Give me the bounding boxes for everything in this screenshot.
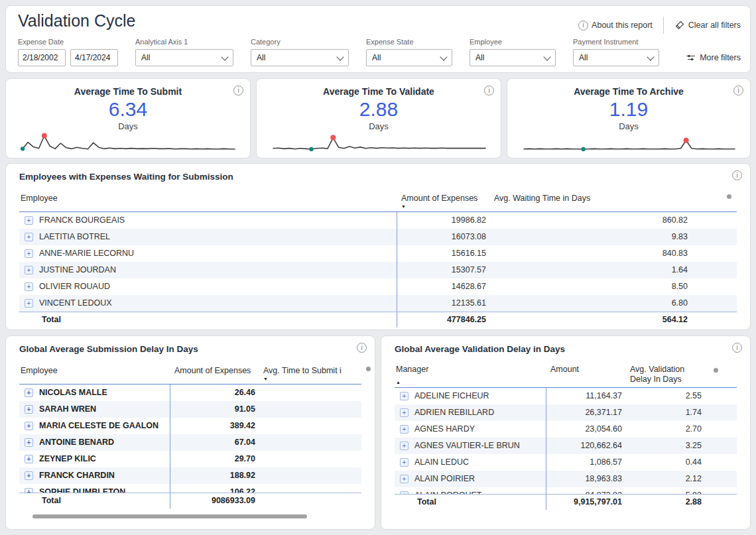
dropdown-value: All <box>141 53 150 62</box>
about-report-label: About this report <box>592 21 653 30</box>
payment-instrument-dropdown[interactable]: All <box>573 49 659 66</box>
column-header-employee[interactable]: Employee <box>19 365 170 384</box>
manager-name: ALAIN LEDUC <box>414 454 469 471</box>
expand-icon[interactable] <box>25 249 33 258</box>
expand-icon[interactable] <box>400 491 409 494</box>
vertical-scrollbar-thumb[interactable] <box>714 368 718 373</box>
expand-icon[interactable] <box>25 405 33 414</box>
table-row[interactable]: FRANCK BOURGEAIS 19986.82 860.82 <box>19 212 737 229</box>
sort-descending-icon <box>263 377 375 381</box>
manager-name: ALAIN PORQUET <box>414 487 481 494</box>
more-filters-button[interactable]: More filters <box>686 49 741 66</box>
amount-value: 1,086.57 <box>546 454 626 471</box>
column-header-manager[interactable]: Manager <box>395 363 546 387</box>
info-icon[interactable] <box>484 86 494 95</box>
column-header-amount[interactable]: Amount <box>546 363 626 387</box>
expand-icon[interactable] <box>400 475 409 483</box>
table-row[interactable]: JUSTINE JOURDAN 15307.57 1.64 <box>19 262 737 278</box>
table-row[interactable]: NICOLAS MALLE 26.46 <box>19 385 361 401</box>
column-header-avg-waiting[interactable]: Avg. Waiting Time in Days <box>490 192 692 211</box>
expand-icon[interactable] <box>400 408 409 417</box>
manager-name: AGNES HARDY <box>414 421 475 438</box>
total-amount: 9,915,797.01 <box>546 495 626 510</box>
expand-icon[interactable] <box>400 458 409 467</box>
table-row[interactable]: ALAIN LEDUC 1,086.57 0.44 <box>395 454 737 471</box>
info-icon[interactable] <box>357 343 367 353</box>
expand-icon[interactable] <box>25 488 33 493</box>
column-header-amount[interactable]: Amount of Expenses <box>170 365 259 384</box>
table-body: FRANCK BOURGEAIS 19986.82 860.82 LAETITI… <box>19 212 737 312</box>
column-header-avg-time-to-submit[interactable]: Avg. Time to Submit i <box>259 365 375 384</box>
table-row[interactable]: ADRIEN REBILLARD 26,371.17 1.74 <box>395 404 737 421</box>
table-row[interactable]: OLIVIER ROUAUD 14628.67 8.50 <box>19 278 737 295</box>
kpi-card-avg-time-to-submit: Average Time To Submit 6.34 Days <box>5 78 251 158</box>
employee-dropdown[interactable]: All <box>470 49 556 66</box>
expand-icon[interactable] <box>400 392 409 400</box>
employee-name: FRANCK CHARDIN <box>39 467 115 484</box>
kpi-unit: Days <box>257 121 501 131</box>
manager-name: AGNES VAUTIER-LE BRUN <box>414 438 520 454</box>
amount-value: 15616.15 <box>397 245 490 262</box>
expand-icon[interactable] <box>25 233 33 241</box>
table-row[interactable]: VINCENT LEDOUX 12135.61 6.80 <box>19 295 737 312</box>
filter-category: Category All <box>251 38 349 66</box>
manager-name: ADELINE FICHEUR <box>414 388 489 404</box>
total-row: Total 9086933.09 <box>19 493 361 508</box>
expand-icon[interactable] <box>25 299 33 308</box>
employee-name: NICOLAS MALLE <box>39 385 107 401</box>
expand-icon[interactable] <box>25 422 33 430</box>
amount-value: 19986.82 <box>397 212 490 229</box>
table-row[interactable]: ZEYNEP KILIC 29.70 <box>19 451 361 467</box>
expand-icon[interactable] <box>25 455 33 463</box>
info-icon[interactable] <box>732 170 742 180</box>
column-header-amount[interactable]: Amount of Expenses <box>397 192 490 211</box>
info-icon[interactable] <box>732 343 742 353</box>
vertical-scrollbar-thumb[interactable] <box>727 194 731 199</box>
amount-value: 26,371.17 <box>546 404 626 421</box>
table-row[interactable]: ALAIN PORQUET 84,873.82 5.82 <box>395 487 737 494</box>
filter-analytical-axis: Analytical Axis 1 All <box>135 38 233 66</box>
table-row[interactable]: ALAIN POIRIER 18,963.83 2.12 <box>395 471 737 487</box>
clear-all-filters-button[interactable]: Clear all filters <box>674 20 741 30</box>
analytical-axis-dropdown[interactable]: All <box>135 49 233 66</box>
table-row[interactable]: AGNES VAUTIER-LE BRUN 120,662.64 3.25 <box>395 438 737 454</box>
avg-submit-value <box>259 484 361 493</box>
expand-icon[interactable] <box>25 266 33 274</box>
expand-icon[interactable] <box>25 471 33 480</box>
horizontal-scrollbar-thumb[interactable] <box>32 514 307 518</box>
table-row[interactable]: LAETITIA BOTREL 16073.08 9.83 <box>19 229 737 245</box>
avg-validation-value: 3.25 <box>626 438 706 454</box>
expense-date-to-input[interactable] <box>70 49 118 66</box>
filter-expense-state: Expense State All <box>366 38 452 66</box>
table-row[interactable]: FRANCK CHARDIN 188.92 <box>19 467 361 484</box>
expand-icon[interactable] <box>25 282 33 291</box>
kpi-unit: Days <box>507 121 750 131</box>
expand-icon[interactable] <box>25 388 33 397</box>
table-row[interactable]: SOPHIE DUMBLETON 106.22 <box>19 484 361 493</box>
info-icon[interactable] <box>233 86 243 95</box>
filter-label: Expense State <box>366 38 452 46</box>
info-icon[interactable] <box>733 86 743 95</box>
expand-icon[interactable] <box>400 442 409 450</box>
column-header-avg-validation[interactable]: Avg. Validation Delay In Days <box>626 363 706 387</box>
employee-name: ZEYNEP KILIC <box>39 451 96 467</box>
vertical-scrollbar-thumb[interactable] <box>366 367 371 371</box>
expand-icon[interactable] <box>400 425 409 434</box>
category-dropdown[interactable]: All <box>251 49 349 66</box>
table-row[interactable]: SARAH WREN 91.05 <box>19 401 361 418</box>
total-row: Total 9,915,797.01 2.88 <box>395 494 737 510</box>
filter-expense-date: Expense Date <box>18 38 118 66</box>
table-row[interactable]: ANNE-MARIE LECORNU 15616.15 840.83 <box>19 245 737 262</box>
expense-state-dropdown[interactable]: All <box>366 49 452 66</box>
expand-icon[interactable] <box>25 216 33 225</box>
expense-date-from-input[interactable] <box>18 49 66 66</box>
expand-icon[interactable] <box>25 438 33 447</box>
table-row[interactable]: MARIA CELESTE DE GAALON 389.42 <box>19 418 361 434</box>
table-row[interactable]: AGNES HARDY 23,054.60 2.70 <box>395 421 737 438</box>
dropdown-value: All <box>475 53 484 62</box>
column-header-employee[interactable]: Employee <box>19 192 397 211</box>
about-report-button[interactable]: About this report <box>578 21 653 30</box>
table-row[interactable]: ANTOINE BENARD 67.04 <box>19 434 361 451</box>
avg-submit-value <box>259 451 361 467</box>
table-row[interactable]: ADELINE FICHEUR 11,164.37 2.55 <box>395 388 737 404</box>
